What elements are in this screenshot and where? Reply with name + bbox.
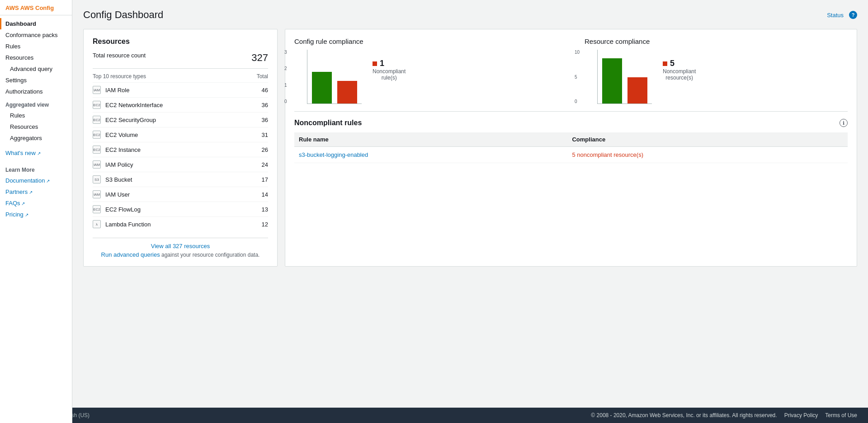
res-name: EC2 Instance	[103, 146, 262, 153]
advanced-query-link[interactable]: Run advanced queries	[101, 251, 160, 258]
ec2-inst-icon: EC2	[93, 146, 103, 154]
rule-name-link[interactable]: s3-bucket-logging-enabled	[299, 151, 368, 158]
help-icon[interactable]: ?	[849, 11, 857, 19]
resource-noncompliant-label: Noncompliantresource(s)	[663, 68, 696, 81]
table-row: EC2 EC2 Instance 26	[93, 142, 268, 157]
col-compliance: Compliance	[567, 132, 848, 147]
resource-compliance-stat: 5 Noncompliantresource(s)	[663, 54, 696, 81]
charts-card: Config rule compliance 3 2 1 0	[285, 29, 857, 267]
iam-role-icon: IAM	[93, 86, 103, 94]
ec2-vol-icon: EC2	[93, 131, 103, 139]
res-total-row: Total resource count 327	[93, 52, 268, 69]
res-name: EC2 FlowLog	[103, 206, 262, 213]
dashboard-row: Resources Total resource count 327 Top 1…	[83, 29, 857, 267]
resource-compliance-section: Resource compliance 10 5 0	[585, 38, 848, 104]
privacy-policy-link[interactable]: Privacy Policy	[784, 412, 818, 418]
res-name: EC2 Volume	[103, 132, 262, 138]
brand-text: AWS Config	[20, 5, 54, 11]
sidebar-item-rules[interactable]: Rules	[0, 41, 72, 52]
res-header-row: Top 10 resource types Total	[93, 73, 268, 80]
res-count: 12	[262, 221, 268, 228]
topbar: Config Dashboard Status ?	[83, 9, 857, 21]
res-count: 31	[262, 132, 268, 138]
resources-card: Resources Total resource count 327 Top 1…	[83, 29, 278, 267]
res-count: 13	[262, 206, 268, 213]
sidebar-nav: Dashboard Conformance packs Rules Resour…	[0, 15, 72, 423]
config-rule-y-axis: 3 2 1 0	[284, 50, 287, 104]
res-col-total: Total	[257, 73, 268, 80]
table-row: IAM IAM Role 46	[93, 82, 268, 97]
sidebar-item-pricing[interactable]: Pricing	[0, 209, 72, 220]
resource-noncompliant-bar	[627, 77, 647, 103]
ec2-flowlog-icon: EC2	[93, 205, 103, 213]
terms-of-use-link[interactable]: Terms of Use	[825, 412, 857, 418]
config-rule-chart	[307, 50, 362, 104]
s3-icon: S3	[93, 175, 103, 183]
sidebar-item-whats-new[interactable]: What's new	[0, 147, 72, 159]
table-row: λ Lambda Function 12	[93, 216, 268, 231]
table-row: EC2 EC2 SecurityGroup 36	[93, 112, 268, 127]
lambda-icon: λ	[93, 220, 103, 228]
res-count: 26	[262, 146, 268, 153]
res-col-type: Top 10 resource types	[93, 73, 146, 80]
status-link[interactable]: Status	[827, 12, 844, 19]
sidebar-item-dashboard[interactable]: Dashboard	[0, 18, 72, 29]
view-all-link[interactable]: View all 327 resources	[151, 243, 210, 249]
res-count: 24	[262, 161, 268, 168]
table-row: IAM IAM User 14	[93, 187, 268, 202]
sidebar: AWS AWS Config Dashboard Conformance pac…	[0, 0, 72, 423]
ec2-ni-icon: EC2	[93, 101, 103, 109]
resource-compliant-bar	[602, 58, 622, 103]
copyright-text: © 2008 - 2020, Amazon Web Services, Inc.…	[591, 412, 777, 418]
sidebar-item-settings[interactable]: Settings	[0, 75, 72, 86]
table-row: s3-bucket-logging-enabled 5 noncompliant…	[294, 147, 848, 163]
res-count: 14	[262, 191, 268, 198]
table-row: S3 S3 Bucket 17	[93, 172, 268, 187]
config-rule-noncompliant-count: 1	[380, 59, 384, 68]
aggregated-section-label: Aggregated view	[0, 97, 72, 110]
sidebar-item-documentation[interactable]: Documentation	[0, 175, 72, 186]
res-count: 36	[262, 117, 268, 123]
sidebar-item-agg-aggregators[interactable]: Aggregators	[0, 132, 72, 144]
table-row: IAM IAM Policy 24	[93, 157, 268, 172]
res-name: EC2 NetworkInterface	[103, 102, 262, 108]
sidebar-item-partners[interactable]: Partners	[0, 186, 72, 197]
sidebar-item-agg-rules[interactable]: Rules	[0, 110, 72, 121]
sidebar-item-conformance-packs[interactable]: Conformance packs	[0, 29, 72, 41]
main-content: Config Dashboard Status ? Resources Tota…	[72, 0, 868, 405]
config-rule-compliance-title: Config rule compliance	[294, 38, 557, 45]
footer-right: © 2008 - 2020, Amazon Web Services, Inc.…	[591, 412, 857, 418]
info-icon[interactable]: ℹ	[840, 119, 848, 127]
resource-red-square	[663, 61, 667, 66]
sidebar-item-resources[interactable]: Resources	[0, 52, 72, 63]
resources-card-title: Resources	[93, 38, 268, 46]
sidebar-item-authorizations[interactable]: Authorizations	[0, 86, 72, 97]
res-footer: View all 327 resources Run advanced quer…	[93, 238, 268, 258]
res-footer-suffix: against your resource configuration data…	[161, 252, 259, 258]
res-total-count: 327	[251, 52, 268, 64]
noncompliant-title: Noncompliant rules	[294, 119, 362, 127]
res-name: S3 Bucket	[103, 176, 262, 183]
sidebar-item-advanced-query[interactable]: Advanced query	[0, 63, 72, 75]
sidebar-item-agg-resources[interactable]: Resources	[0, 121, 72, 132]
compliance-cell: 5 noncompliant resource(s)	[567, 147, 848, 163]
iam-policy-icon: IAM	[93, 160, 103, 169]
page-title: Config Dashboard	[83, 9, 163, 21]
sidebar-item-faqs[interactable]: FAQs	[0, 197, 72, 209]
table-row: EC2 EC2 Volume 31	[93, 127, 268, 142]
res-count: 46	[262, 87, 268, 94]
config-rule-noncompliant-label: Noncompliantrule(s)	[373, 68, 406, 81]
ec2-sg-icon: EC2	[93, 116, 103, 124]
rule-name-cell: s3-bucket-logging-enabled	[294, 147, 567, 163]
compliance-value: 5 noncompliant resource(s)	[572, 151, 643, 158]
topbar-actions: Status ?	[827, 11, 857, 19]
res-name: EC2 SecurityGroup	[103, 117, 262, 123]
noncompliant-table: Rule name Compliance s3-bucket-logging-e…	[294, 132, 848, 163]
brand-accent: AWS	[5, 5, 19, 11]
noncompliant-rules-section: Noncompliant rules ℹ Rule name Complianc…	[294, 119, 848, 163]
table-row: EC2 EC2 NetworkInterface 36	[93, 97, 268, 112]
res-name: Lambda Function	[103, 221, 262, 228]
config-rule-noncompliant-bar	[337, 81, 357, 103]
res-footer-text: Run advanced queries against your resour…	[93, 251, 268, 258]
res-count: 17	[262, 176, 268, 183]
